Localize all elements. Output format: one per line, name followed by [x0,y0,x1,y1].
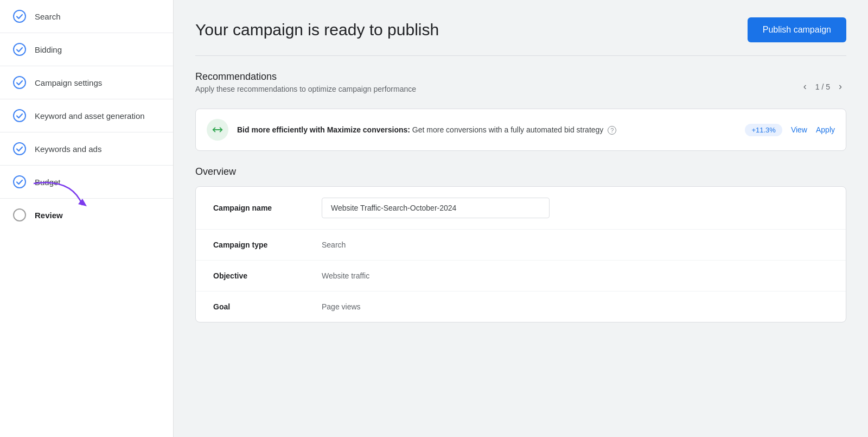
overview-title: Overview [195,166,846,178]
overview-row: GoalPage views [196,292,846,322]
svg-point-0 [14,10,25,22]
check-circle-icon [13,10,26,23]
overview-section: Overview Campaign nameCampaign typeSearc… [195,166,846,322]
campaign-name-input[interactable] [322,198,550,218]
sidebar-item-budget[interactable]: Budget [0,165,173,198]
check-circle-icon [13,43,26,56]
svg-point-1 [14,43,25,55]
sidebar-item-label: Keywords and ads [35,144,101,154]
rec-card-actions: +11.3% View Apply [745,124,835,136]
sidebar: Search Bidding Campaign settings Keyword… [0,0,174,437]
overview-row-label: Objective [213,271,322,280]
overview-row-label: Goal [213,302,322,311]
recommendations-titles: Recommendations Apply these recommendati… [195,71,416,102]
sidebar-item-bidding[interactable]: Bidding [0,33,173,66]
sidebar-item-search[interactable]: Search [0,0,173,33]
recommendations-section: Recommendations Apply these recommendati… [195,71,846,151]
page-title: Your campaign is ready to publish [195,21,439,39]
recommendation-card: Bid more efficiently with Maximize conve… [195,109,846,151]
overview-row: ObjectiveWebsite traffic [196,261,846,292]
svg-point-6 [14,209,25,221]
svg-point-3 [14,110,25,122]
check-circle-icon [13,109,26,122]
sidebar-item-label: Keyword and asset generation [35,111,145,121]
overview-row-label: Campaign type [213,240,322,249]
recommendations-header: Recommendations Apply these recommendati… [195,71,846,102]
overview-row: Campaign typeSearch [196,230,846,261]
svg-point-4 [14,143,25,155]
sidebar-item-label: Campaign settings [35,78,102,87]
header-divider [195,55,846,56]
overview-row-value: Search [322,240,346,249]
sidebar-item-label: Bidding [35,45,62,54]
rec-body-text: Get more conversions with a fully automa… [410,125,603,134]
publish-campaign-button[interactable]: Publish campaign [748,17,846,42]
rec-page-indicator: 1 / 5 [815,83,830,91]
sidebar-item-label: Budget [35,178,61,187]
header-row: Your campaign is ready to publish Publis… [195,17,846,42]
rec-help-icon[interactable]: ? [608,126,616,135]
rec-card-text: Bid more efficiently with Maximize conve… [237,124,736,136]
overview-row-value: Website traffic [322,271,369,280]
sidebar-item-keyword-asset[interactable]: Keyword and asset generation [0,99,173,132]
sidebar-item-label: Search [35,12,61,21]
sidebar-item-label: Review [35,211,63,220]
rec-card-icon [207,119,228,141]
rec-prev-button[interactable]: ‹ [799,79,811,94]
recommendations-title: Recommendations [195,71,416,83]
svg-point-2 [14,77,25,88]
overview-row: Campaign name [196,187,846,230]
sidebar-item-review[interactable]: Review [0,198,173,231]
rec-badge: +11.3% [745,124,782,136]
rec-next-button[interactable]: › [834,79,846,94]
sidebar-item-keywords-ads[interactable]: Keywords and ads [0,132,173,165]
check-circle-icon [13,142,26,155]
overview-card: Campaign nameCampaign typeSearchObjectiv… [195,186,846,322]
empty-circle-icon [13,208,26,221]
svg-marker-7 [78,199,87,206]
rec-pagination: ‹ 1 / 5 › [799,79,846,94]
svg-point-5 [14,176,25,188]
rec-apply-button[interactable]: Apply [816,125,835,134]
check-circle-icon [13,76,26,89]
check-circle-icon [13,175,26,188]
rec-view-button[interactable]: View [791,125,807,134]
rec-bold-text: Bid more efficiently with Maximize conve… [237,125,410,134]
overview-row-label: Campaign name [213,204,322,212]
sidebar-item-campaign-settings[interactable]: Campaign settings [0,66,173,99]
recommendations-subtitle: Apply these recommendations to optimize … [195,85,416,93]
overview-row-value: Page views [322,302,361,311]
main-content: Your campaign is ready to publish Publis… [174,0,868,437]
